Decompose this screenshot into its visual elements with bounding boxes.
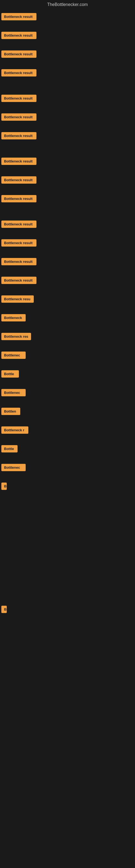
list-item: B (1, 482, 135, 492)
bottleneck-badge[interactable]: Bottleneck r (1, 426, 28, 434)
bottleneck-badge[interactable]: Bottle (1, 445, 17, 453)
list-item: Bottleneck result (1, 175, 135, 186)
bottleneck-badge[interactable]: Bottlenec (1, 351, 26, 359)
bottleneck-badge[interactable]: Bottleneck result (1, 220, 37, 228)
bottleneck-badge[interactable]: Bottleneck result (1, 132, 37, 140)
bottleneck-badge[interactable]: Bottleneck result (1, 69, 37, 76)
list-item: Bottleneck result (1, 257, 135, 268)
list-item: Bottleneck result (1, 238, 135, 249)
list-item: Bottleneck (1, 313, 135, 323)
bottleneck-badge[interactable]: Bottleneck result (1, 51, 37, 58)
list-item: Bottleneck result (1, 94, 135, 104)
bottleneck-badge[interactable]: Bottleneck result (1, 239, 37, 247)
bottleneck-badge[interactable]: Bottleneck result (1, 113, 37, 121)
items-container: Bottleneck result Bottleneck result Bott… (0, 9, 135, 767)
list-item: Bottlenec (1, 463, 135, 473)
list-item: Bottleneck result (1, 194, 135, 205)
list-item: Bottleneck result (1, 12, 135, 23)
list-item: Bottleneck resu (1, 294, 135, 305)
list-item: Bottlenec (1, 350, 135, 361)
bottleneck-badge[interactable]: Bottleneck result (1, 32, 37, 39)
list-item: Bottleneck result (1, 276, 135, 286)
bottleneck-badge[interactable]: Bottleneck resu (1, 296, 34, 303)
list-item: Bottleneck result (1, 131, 135, 142)
list-item: Bottleneck result (1, 50, 135, 60)
bottleneck-badge[interactable]: Bottleneck result (1, 258, 37, 265)
list-item: Bottleneck result (1, 68, 135, 79)
list-item: Bottleneck result (1, 156, 135, 167)
bottleneck-badge[interactable]: Bottleneck result (1, 195, 37, 203)
bottleneck-badge[interactable]: Bottle (1, 370, 19, 378)
bottleneck-badge[interactable]: Bottleneck result (1, 158, 37, 165)
bottleneck-badge[interactable]: Bottleneck result (1, 13, 37, 20)
list-item: Bottleneck res (1, 332, 135, 342)
bottleneck-badge[interactable]: Bottlen (1, 408, 20, 415)
bottleneck-badge[interactable]: Bottleneck (1, 314, 26, 321)
list-item: Bottleneck result (1, 31, 135, 41)
spacer (1, 572, 135, 604)
bottleneck-badge[interactable]: Bottlenec (1, 389, 26, 396)
site-title: TheBottlenecker.com (0, 0, 135, 9)
bottleneck-badge[interactable]: Bottlenec (1, 464, 26, 471)
bottleneck-badge[interactable]: B (1, 483, 7, 490)
list-item: Bottlenec (1, 388, 135, 399)
bottleneck-badge[interactable]: Bottleneck result (1, 176, 37, 184)
list-item: Bottlen (1, 407, 135, 417)
bottleneck-badge[interactable]: Bottleneck result (1, 95, 37, 102)
bottleneck-badge[interactable]: Bottleneck result (1, 277, 37, 284)
spacer (1, 670, 135, 702)
spacer (1, 735, 135, 767)
list-item: B (1, 604, 135, 615)
spacer (1, 507, 135, 539)
list-item: Bottleneck r (1, 425, 135, 436)
list-item: Bottleneck result (1, 112, 135, 123)
bottleneck-badge[interactable]: B (1, 606, 7, 613)
list-item: Bottle (1, 369, 135, 380)
bottleneck-badge[interactable]: Bottleneck res (1, 333, 31, 340)
list-item: Bottleneck result (1, 219, 135, 230)
spacer (1, 539, 135, 572)
spacer (1, 702, 135, 735)
list-item: Bottle (1, 444, 135, 455)
